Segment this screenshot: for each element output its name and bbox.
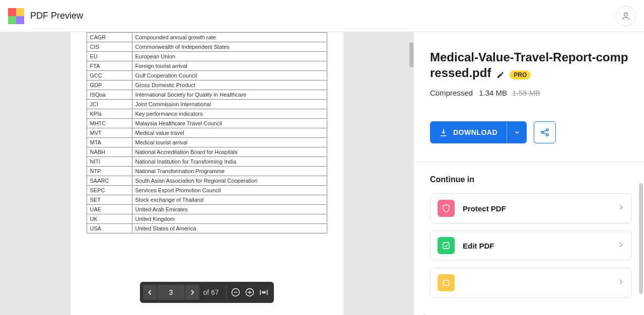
table-row: SETStock exchange of Thailand bbox=[87, 195, 327, 205]
rename-button[interactable] bbox=[496, 71, 505, 79]
shield-icon bbox=[438, 200, 455, 217]
page-total-label: of 67 bbox=[203, 288, 219, 296]
abbrev-cell: CIS bbox=[87, 42, 132, 52]
definition-cell: Stock exchange of Thailand bbox=[132, 195, 327, 205]
minus-circle-icon bbox=[231, 287, 241, 297]
svg-point-0 bbox=[624, 13, 628, 16]
status-label: Compressed bbox=[430, 89, 473, 97]
action-card-edit-pdf[interactable]: Edit PDF bbox=[430, 230, 632, 261]
table-row: CISCommonwealth of Independent States bbox=[87, 42, 327, 52]
chevron-right-icon bbox=[617, 241, 624, 250]
definition-cell: United Arab Emirates bbox=[132, 205, 327, 214]
sidebar-scrollbar[interactable] bbox=[639, 183, 643, 294]
download-options-button[interactable] bbox=[507, 121, 527, 143]
abbrev-cell: NITI bbox=[87, 157, 132, 167]
file-size-line: Compressed 1.34 MB 1.58 MB bbox=[430, 89, 632, 97]
definition-cell: United Kingdom bbox=[132, 214, 327, 224]
definition-cell: Compounded annual growth rate bbox=[132, 33, 327, 42]
action-label: Protect PDF bbox=[463, 204, 609, 213]
brand-title: PDF Preview bbox=[30, 11, 83, 21]
definition-cell: Medical value travel bbox=[132, 128, 327, 138]
chevron-left-icon bbox=[146, 289, 153, 296]
page-number-input[interactable] bbox=[157, 285, 184, 300]
pdf-page: CAGRCompounded annual growth rateCISComm… bbox=[70, 32, 343, 315]
abbrev-cell: SET bbox=[87, 195, 132, 205]
action-card-2[interactable] bbox=[430, 268, 632, 298]
viewer-scrollbar[interactable] bbox=[409, 42, 413, 67]
download-icon bbox=[439, 128, 448, 137]
abbrev-cell: EU bbox=[87, 52, 132, 61]
definition-cell: Gross Domestic Product bbox=[132, 81, 327, 90]
table-row: ISQuaInternational Society for Quality i… bbox=[87, 90, 327, 100]
definition-cell: Foreign tourist arrival bbox=[132, 61, 327, 71]
abbrev-cell: UAE bbox=[87, 205, 132, 214]
table-row: NITINational Institution for Transformin… bbox=[87, 157, 327, 167]
table-row: GCCGulf Cooperation Council bbox=[87, 71, 327, 81]
pencil-icon bbox=[496, 71, 505, 79]
abbrev-cell: JCI bbox=[87, 100, 132, 109]
download-button[interactable]: DOWNLOAD bbox=[430, 121, 527, 143]
start-over-button[interactable]: Start over bbox=[414, 305, 644, 315]
table-row: GDPGross Domestic Product bbox=[87, 81, 327, 90]
app-logo-icon bbox=[8, 8, 24, 24]
definition-cell: South Asian Association for Regional Coo… bbox=[132, 176, 327, 186]
abbrev-cell: KPIs bbox=[87, 109, 132, 119]
table-row: KPIsKey performance indicators bbox=[87, 109, 327, 119]
definition-cell: Services Export Promotion Council bbox=[132, 186, 327, 195]
person-icon bbox=[621, 11, 631, 21]
definition-cell: National Institution for Transforming In… bbox=[132, 157, 327, 167]
table-row: NABHNational Accreditation Board for Hos… bbox=[87, 147, 327, 157]
abbrev-cell: MTA bbox=[87, 138, 132, 147]
action-card-protect-pdf[interactable]: Protect PDF bbox=[430, 193, 632, 223]
abbrev-cell: ISQua bbox=[87, 90, 132, 100]
abbrev-cell: CAGR bbox=[87, 33, 132, 42]
abbrev-cell: MVT bbox=[87, 128, 132, 138]
generic-icon bbox=[438, 274, 455, 291]
zoom-in-button[interactable] bbox=[243, 285, 257, 300]
definition-cell: National Accreditation Board for Hospita… bbox=[132, 147, 327, 157]
pager-toolbar: of 67 bbox=[139, 282, 273, 303]
table-row: MHTCMalaysia Healthcare Travel Council bbox=[87, 119, 327, 128]
download-label: DOWNLOAD bbox=[453, 128, 497, 136]
definition-cell: Medical tourist arrival bbox=[132, 138, 327, 147]
prev-page-button[interactable] bbox=[142, 285, 157, 300]
continue-in-label: Continue in bbox=[430, 175, 632, 184]
definition-cell: International Society for Quality in Hea… bbox=[132, 90, 327, 100]
old-size: 1.58 MB bbox=[512, 89, 540, 97]
account-button[interactable] bbox=[616, 6, 636, 26]
fit-width-button[interactable] bbox=[257, 285, 271, 300]
abbrev-cell: UK bbox=[87, 214, 132, 224]
definition-cell: Gulf Cooperation Council bbox=[132, 71, 327, 81]
svg-rect-7 bbox=[444, 280, 449, 286]
chevron-right-icon bbox=[617, 278, 624, 287]
definition-cell: European Union bbox=[132, 52, 327, 61]
pdf-viewer[interactable]: CAGRCompounded annual growth rateCISComm… bbox=[0, 32, 413, 315]
table-row: FTAForeign tourist arrival bbox=[87, 61, 327, 71]
abbreviations-table: CAGRCompounded annual growth rateCISComm… bbox=[87, 32, 327, 233]
table-row: CAGRCompounded annual growth rate bbox=[87, 33, 327, 42]
abbrev-cell: GCC bbox=[87, 71, 132, 81]
chevron-right-icon bbox=[617, 204, 624, 213]
abbrev-cell: MHTC bbox=[87, 119, 132, 128]
share-button[interactable] bbox=[534, 121, 556, 143]
abbrev-cell: SEPC bbox=[87, 186, 132, 195]
zoom-out-button[interactable] bbox=[229, 285, 243, 300]
next-page-button[interactable] bbox=[185, 285, 199, 300]
table-row: NTPNational Transformation Programme bbox=[87, 167, 327, 176]
definition-cell: National Transformation Programme bbox=[132, 167, 327, 176]
table-row: UKUnited Kingdom bbox=[87, 214, 327, 224]
file-title-row: Medical-Value-Travel-Report-compressed.p… bbox=[430, 49, 632, 81]
definition-cell: United States of America bbox=[132, 224, 327, 233]
definition-cell: Commonwealth of Independent States bbox=[132, 42, 327, 52]
new-size: 1.34 MB bbox=[479, 89, 507, 97]
table-row: SAARCSouth Asian Association for Regiona… bbox=[87, 176, 327, 186]
definition-cell: Malaysia Healthcare Travel Council bbox=[132, 119, 327, 128]
abbrev-cell: NTP bbox=[87, 167, 132, 176]
table-row: MVTMedical value travel bbox=[87, 128, 327, 138]
table-row: MTAMedical tourist arrival bbox=[87, 138, 327, 147]
abbrev-cell: SAARC bbox=[87, 176, 132, 186]
table-row: EUEuropean Union bbox=[87, 52, 327, 61]
app-header: PDF Preview bbox=[0, 0, 644, 32]
table-row: UAEUnited Arab Emirates bbox=[87, 205, 327, 214]
table-row: USAUnited States of America bbox=[87, 224, 327, 233]
